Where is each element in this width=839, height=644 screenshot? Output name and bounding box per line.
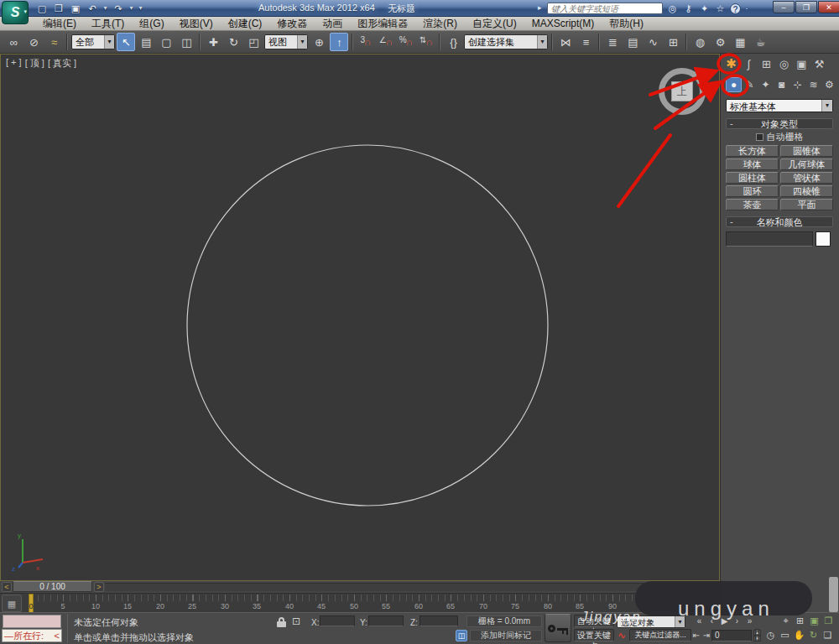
select-manipulate-button[interactable]: ↑ — [330, 33, 348, 51]
mirror-button[interactable]: ⋈ — [556, 33, 575, 51]
material-editor-button[interactable]: ◍ — [690, 33, 709, 51]
subtab-space-warps[interactable]: ≋ — [805, 77, 821, 92]
viewcube[interactable]: 上 — [659, 68, 706, 115]
window-crossing-button[interactable]: ◫ — [177, 33, 195, 51]
subtab-shapes[interactable]: ✎ — [742, 77, 758, 92]
help-more-icon[interactable]: · — [744, 2, 749, 15]
redo-icon[interactable]: ↷ — [112, 2, 125, 15]
qat-more-icon[interactable]: ▾ — [138, 2, 143, 15]
orbit-button[interactable]: ↻ — [806, 629, 821, 641]
tab-create[interactable]: ✱ — [722, 55, 740, 72]
panel-scrollbar[interactable] — [829, 577, 838, 612]
bind-spacewarp-button[interactable]: ≈ — [44, 33, 63, 51]
menu-item[interactable]: 编辑(E) — [35, 17, 84, 31]
close-button[interactable]: ✕ — [818, 1, 839, 13]
y-coord-field[interactable] — [368, 615, 404, 626]
menu-item[interactable]: MAXScript(M) — [524, 17, 602, 31]
name-color-rollout[interactable]: - 名称和颜色 — [726, 216, 833, 227]
break-link-button[interactable]: ⊘ — [24, 33, 43, 51]
menu-item[interactable]: 渲染(R) — [415, 17, 465, 31]
named-sets-dropdown[interactable]: 创建选择集▾ — [464, 34, 548, 49]
tab-hierarchy[interactable]: ⊞ — [758, 55, 775, 72]
prev-key-button[interactable]: ⇤ — [691, 630, 701, 641]
maximize-button[interactable]: ❐ — [795, 1, 817, 13]
set-keys-button[interactable] — [545, 614, 571, 642]
macro-recorder-field[interactable] — [3, 615, 61, 628]
add-time-tag-button[interactable]: 添加时间标记 — [470, 630, 542, 641]
timeslider-next-button[interactable]: > — [94, 582, 104, 592]
spinner-snap-button[interactable]: ⇅∩ — [417, 33, 435, 51]
maximize-viewport-button[interactable]: ❏ — [821, 629, 835, 641]
time-config-button[interactable]: ◷ — [763, 629, 778, 641]
rollout-collapse-icon[interactable]: - — [730, 217, 733, 226]
use-pivot-center-button[interactable]: ⊕ — [310, 33, 328, 51]
zoom-button[interactable]: ⌖ — [779, 615, 793, 627]
script-listener-field[interactable]: — 所在行: < — [2, 629, 62, 642]
tab-modify[interactable]: ∫ — [740, 55, 758, 72]
snap-toggle-button[interactable]: 3∩ — [357, 33, 375, 51]
object-type-rollout[interactable]: - 对象类型 — [726, 118, 833, 129]
schematic-view-button[interactable]: ⊞ — [664, 33, 682, 51]
mini-curve-editor-button[interactable]: ▦ — [2, 595, 22, 612]
menu-item[interactable]: 自定义(U) — [465, 17, 524, 31]
menu-item[interactable]: 创建(C) — [221, 17, 270, 31]
rendered-frame-button[interactable]: ▦ — [731, 33, 749, 51]
pan-button[interactable]: ✋ — [792, 629, 806, 641]
selection-lock-icon[interactable] — [277, 617, 286, 627]
object-type-button[interactable]: 长方体 — [726, 145, 779, 157]
menu-item[interactable]: 视图(V) — [172, 17, 221, 31]
menu-item[interactable]: 修改器 — [269, 17, 315, 31]
select-scale-button[interactable]: ◰ — [244, 33, 263, 51]
selection-filter-dropdown[interactable]: 全部▾ — [71, 34, 115, 49]
select-link-button[interactable]: ∞ — [4, 33, 23, 51]
percent-snap-button[interactable]: %∩ — [397, 33, 415, 51]
object-name-input[interactable] — [726, 231, 813, 247]
object-type-button[interactable]: 几何球体 — [780, 158, 833, 170]
timeslider-track[interactable] — [105, 583, 717, 591]
menu-item[interactable]: 组(G) — [132, 17, 171, 31]
subtab-geometry[interactable]: ● — [726, 77, 742, 92]
object-type-button[interactable]: 圆锥体 — [780, 145, 833, 157]
object-type-button[interactable]: 茶壶 — [726, 199, 779, 210]
curve-editor-button[interactable]: ∿ — [644, 33, 662, 51]
select-object-button[interactable]: ↖ — [117, 33, 135, 51]
render-setup-button[interactable]: ⚙ — [711, 33, 729, 51]
object-type-button[interactable]: 管状体 — [780, 172, 833, 184]
ribbon-toggle-button[interactable]: ▤ — [623, 33, 642, 51]
geometry-category-dropdown[interactable]: 标准基本体 ▾ — [726, 99, 833, 112]
ref-coord-dropdown[interactable]: 视图▾ — [264, 34, 308, 49]
zoom-extents-button[interactable]: ▣ — [807, 615, 821, 627]
layer-manager-button[interactable]: ≣ — [603, 33, 622, 51]
key-filters-button[interactable]: 关键点过滤器... — [629, 629, 691, 641]
absolute-offset-toggle-icon[interactable]: ⊡ — [292, 615, 300, 627]
new-file-icon[interactable]: ▢ — [35, 2, 49, 15]
save-file-icon[interactable]: ▣ — [69, 2, 82, 15]
zoom-extents-all-button[interactable]: ❐ — [821, 615, 836, 627]
tab-display[interactable]: ▣ — [793, 55, 810, 72]
object-type-button[interactable]: 四棱锥 — [780, 185, 833, 197]
favorites-icon[interactable]: ☆ — [714, 2, 727, 15]
subtab-helpers[interactable]: ⊹ — [789, 77, 805, 92]
tab-utilities[interactable]: ⚒ — [810, 55, 828, 72]
select-move-button[interactable]: ✚ — [204, 33, 222, 51]
menu-item[interactable]: 工具(T) — [84, 17, 132, 31]
align-button[interactable]: ≡ — [576, 33, 595, 51]
time-tag-icon[interactable]: ◫ — [456, 630, 467, 641]
minimize-button[interactable]: – — [773, 1, 795, 13]
rollout-collapse-icon[interactable]: - — [730, 119, 733, 128]
menu-item[interactable]: 图形编辑器 — [350, 17, 415, 31]
select-rotate-button[interactable]: ↻ — [224, 33, 242, 51]
undo-dropdown-icon[interactable]: ▾ — [102, 2, 108, 15]
menu-item[interactable]: 动画 — [315, 17, 350, 31]
z-coord-field[interactable] — [420, 615, 458, 626]
set-key-button[interactable]: 设置关键点 — [574, 629, 614, 641]
object-type-button[interactable]: 圆环 — [726, 185, 779, 197]
select-by-name-button[interactable]: ▤ — [137, 33, 155, 51]
search-input[interactable] — [547, 3, 663, 14]
redo-dropdown-icon[interactable]: ▾ — [128, 2, 134, 15]
autogrid-checkbox[interactable] — [756, 133, 763, 141]
render-button[interactable]: ☕ — [751, 33, 769, 51]
undo-icon[interactable]: ↶ — [86, 2, 99, 15]
timeslider-handle[interactable]: 0 / 100 — [13, 581, 92, 592]
help-icon[interactable]: ? — [730, 3, 741, 14]
